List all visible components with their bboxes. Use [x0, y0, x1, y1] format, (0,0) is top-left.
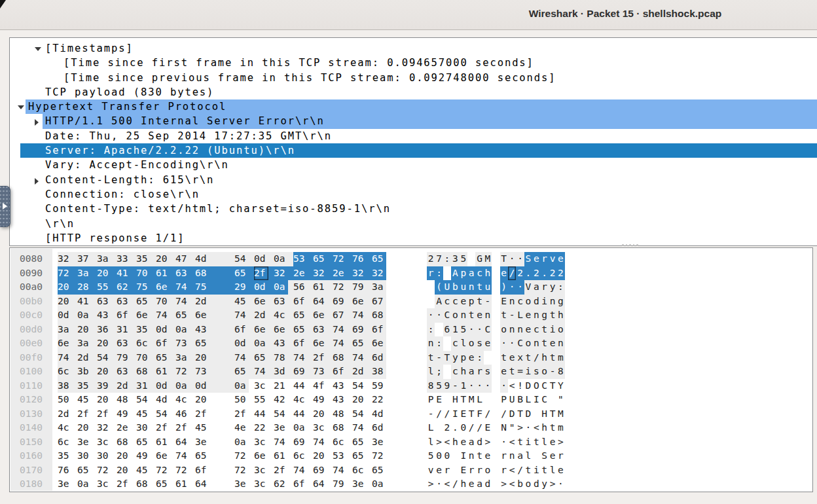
hex-byte[interactable]: 3e	[352, 477, 367, 492]
packet-bytes-pane[interactable]: 008032373a333520474d540d0a536572766527:3…	[9, 247, 813, 492]
ascii-char[interactable]: h	[451, 435, 459, 450]
hex-byte[interactable]: 74	[234, 308, 249, 323]
hex-byte[interactable]: 54	[97, 351, 111, 365]
hex-byte[interactable]: 2f	[234, 407, 249, 422]
ascii-char[interactable]: ·	[484, 379, 492, 393]
hex-byte[interactable]: 49	[313, 393, 327, 407]
hex-byte[interactable]: 0a	[293, 421, 308, 435]
ascii-char[interactable]: :	[443, 252, 451, 266]
ascii-char[interactable]: o	[451, 308, 459, 323]
hex-byte[interactable]: 45	[136, 463, 151, 478]
ascii-char[interactable]: .	[524, 266, 532, 281]
ascii-char[interactable]: p	[460, 266, 467, 281]
hex-byte[interactable]: 2f	[274, 463, 288, 478]
ascii-char[interactable]: b	[516, 477, 524, 492]
ascii-char[interactable]: o	[524, 336, 532, 351]
ascii-char[interactable]: d	[532, 477, 540, 492]
hex-byte[interactable]: 20	[97, 365, 111, 379]
hex-byte[interactable]: 2f	[77, 407, 92, 422]
ascii-char[interactable]: e	[549, 336, 556, 351]
ascii-char[interactable]: t	[475, 295, 483, 309]
hex-byte[interactable]: 3a	[77, 336, 92, 351]
hex-byte[interactable]: 4d	[372, 407, 386, 422]
hex-byte[interactable]: 32	[372, 266, 386, 281]
hex-byte[interactable]: 68	[136, 477, 151, 492]
hex-byte[interactable]: 61	[156, 435, 170, 450]
ascii-char[interactable]: t	[540, 463, 548, 478]
hex-byte[interactable]: 6f	[293, 336, 308, 351]
packet-detail-row[interactable]: [Timestamps]	[10, 41, 817, 56]
ascii-char[interactable]: e	[484, 449, 492, 463]
ascii-char[interactable]: h	[460, 365, 467, 379]
ascii-char[interactable]: T	[443, 351, 451, 365]
hex-byte[interactable]: 30	[136, 421, 151, 435]
hex-byte[interactable]: 0a	[274, 252, 288, 266]
ascii-char[interactable]: M	[484, 252, 492, 266]
hex-byte[interactable]: 43	[274, 336, 288, 351]
hex-byte[interactable]: 4c	[274, 308, 288, 323]
ascii-char[interactable]: ·	[516, 252, 524, 266]
hex-byte[interactable]: 20	[77, 421, 92, 435]
hex-byte[interactable]: 72	[175, 463, 190, 478]
ascii-char[interactable]: e	[532, 252, 540, 266]
hex-byte[interactable]: 64	[175, 435, 190, 450]
hex-byte[interactable]: 65	[234, 365, 249, 379]
hex-byte[interactable]: 6e	[156, 280, 170, 295]
hex-byte[interactable]: 20	[195, 351, 209, 365]
hex-byte[interactable]: 6c	[333, 435, 347, 450]
hex-byte[interactable]: 6d	[372, 351, 386, 365]
packet-detail-row[interactable]: Server: Apache/2.2.22 (Ubuntu)\r\n	[10, 143, 817, 158]
ascii-char[interactable]: /	[484, 407, 492, 422]
hex-byte[interactable]: 4d	[195, 252, 209, 266]
hex-byte[interactable]: 0a	[175, 379, 190, 393]
ascii-char[interactable]: /	[516, 463, 524, 478]
hex-byte[interactable]: 76	[352, 252, 367, 266]
ascii-char[interactable]: T	[500, 252, 508, 266]
hex-byte[interactable]: 38	[58, 379, 72, 393]
hex-byte[interactable]: 3a	[175, 351, 190, 365]
ascii-char[interactable]: 1	[460, 379, 467, 393]
ascii-char[interactable]: o	[467, 336, 475, 351]
ascii-char[interactable]: h	[540, 421, 548, 435]
ascii-char[interactable]: :	[435, 336, 443, 351]
ascii-char[interactable]: t	[524, 351, 532, 365]
ascii-char[interactable]: =	[516, 365, 524, 379]
ascii-char[interactable]: t	[475, 449, 483, 463]
ascii-char[interactable]: r	[500, 449, 508, 463]
ascii-char[interactable]: "	[508, 421, 516, 435]
hex-byte[interactable]: 3d	[274, 365, 288, 379]
hex-byte[interactable]: 6f	[234, 323, 249, 337]
ascii-char[interactable]: c	[451, 295, 459, 309]
ascii-char[interactable]: e	[524, 323, 532, 337]
hex-byte[interactable]: 43	[195, 323, 209, 337]
ascii-char[interactable]: /	[508, 266, 516, 281]
hex-byte[interactable]: 49	[136, 449, 151, 463]
ascii-char[interactable]: n	[532, 308, 540, 323]
hex-byte[interactable]: 63	[97, 295, 111, 309]
hex-byte[interactable]: 70	[136, 266, 151, 281]
hex-byte[interactable]: 35	[77, 379, 92, 393]
hex-byte[interactable]: 20	[313, 449, 327, 463]
hex-byte[interactable]: 63	[274, 295, 288, 309]
hex-byte[interactable]: 65	[372, 252, 386, 266]
hex-byte[interactable]: 2f	[254, 266, 268, 281]
ascii-char[interactable]: C	[540, 379, 548, 393]
expand-triangle-icon[interactable]	[35, 178, 39, 185]
ascii-char[interactable]: t	[524, 463, 532, 478]
ascii-char[interactable]: v	[427, 463, 435, 478]
ascii-char[interactable]: p	[460, 351, 467, 365]
hex-byte[interactable]: 6f	[293, 295, 308, 309]
ascii-char[interactable]: 5	[460, 252, 467, 266]
packet-detail-row[interactable]: Connection: close\r\n	[10, 187, 817, 202]
hex-byte[interactable]: 35	[58, 449, 72, 463]
ascii-char[interactable]: e	[484, 336, 492, 351]
ascii-char[interactable]: 5	[460, 323, 467, 337]
hex-byte[interactable]: 42	[274, 393, 288, 407]
ascii-char[interactable]: c	[451, 365, 459, 379]
hex-byte[interactable]: 0d	[254, 280, 268, 295]
ascii-char[interactable]: /	[475, 421, 483, 435]
ascii-char[interactable]: d	[475, 435, 483, 450]
ascii-char[interactable]: .	[540, 266, 548, 281]
hex-byte[interactable]: 0d	[156, 379, 170, 393]
ascii-char[interactable]: S	[540, 449, 548, 463]
